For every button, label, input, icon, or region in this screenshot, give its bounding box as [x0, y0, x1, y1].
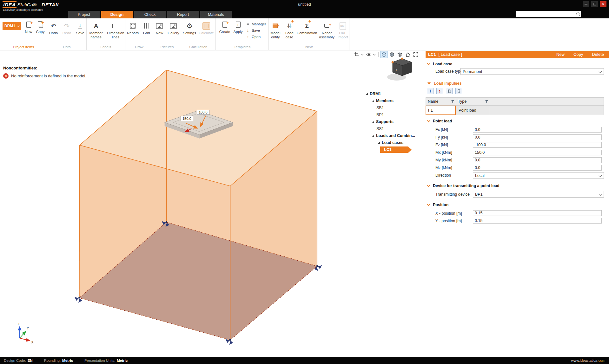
save-button[interactable]: ↓ Save [74, 20, 86, 35]
minimize-button[interactable] [583, 1, 589, 7]
fx-input[interactable] [473, 127, 602, 133]
x-position-input[interactable] [473, 210, 602, 216]
section-load-case[interactable]: Load case [427, 62, 452, 66]
combination-button[interactable]: Σ Combination [297, 20, 317, 39]
tree-item-members[interactable]: Members [364, 97, 421, 104]
template-apply-button[interactable]: ↓ Apply [232, 18, 244, 39]
filter-icon[interactable] [451, 100, 454, 103]
orbit-button[interactable] [365, 51, 372, 58]
delete-impulse-button[interactable] [455, 88, 462, 94]
search-input[interactable] [516, 11, 576, 16]
impulse-type-button[interactable] [436, 88, 443, 94]
view-solid-button[interactable] [388, 51, 395, 58]
trash-icon [457, 89, 461, 93]
panel-new-button[interactable]: New [556, 52, 565, 57]
add-impulse-button[interactable] [427, 88, 434, 94]
model-entity-button[interactable]: Model entity [269, 20, 282, 39]
section-position[interactable]: Position [427, 203, 448, 207]
expander-icon[interactable] [372, 100, 374, 102]
table-row-f1[interactable]: F1 Point load [426, 106, 604, 115]
tab-report[interactable]: Report [167, 11, 199, 18]
load-case-type-dropdown[interactable]: Permanent [460, 68, 604, 75]
impulse-type-cell[interactable]: Point load [456, 106, 490, 115]
copy-project-item-button[interactable]: Copy [34, 18, 46, 34]
panel-delete-button[interactable]: Delete [592, 52, 604, 57]
orbit-dropdown-icon[interactable] [373, 53, 375, 55]
expander-icon[interactable] [378, 142, 380, 144]
rebar-assembly-button[interactable]: Rebar assembly [318, 20, 335, 39]
fz-input[interactable] [473, 142, 602, 148]
tree-item-drm1[interactable]: DRM1 [364, 90, 421, 97]
solid-cube-icon [389, 52, 394, 57]
expander-icon[interactable] [372, 135, 374, 137]
grid-button[interactable]: Grid [141, 20, 152, 35]
3d-scene-canvas[interactable]: Y Z Y X [0, 50, 421, 357]
tree-item-lc1[interactable]: LC1 [380, 146, 408, 153]
close-button[interactable] [600, 1, 606, 7]
app-logo: IDEA StatiCa® DETAIL [3, 1, 60, 8]
rebars-button[interactable]: Rebars [126, 20, 140, 35]
tab-check[interactable]: Check [134, 11, 166, 18]
fullscreen-button[interactable] [412, 51, 419, 58]
load-case-button[interactable]: ⇊ Load case [283, 20, 295, 39]
ribbon-group-calculation: ⚙ Settings Calculate Calculation [181, 18, 216, 50]
filter-icon[interactable] [485, 100, 488, 103]
template-create-button[interactable]: Create [218, 18, 232, 39]
my-input[interactable] [473, 157, 602, 163]
new-picture-button[interactable]: New [154, 20, 165, 35]
project-item-drm1-button[interactable]: DRM1 [3, 22, 21, 30]
column-header-type[interactable]: Type [456, 97, 490, 106]
expander-icon[interactable] [372, 121, 374, 123]
search-icon[interactable] [576, 12, 580, 16]
section-point-load[interactable]: Point load [427, 119, 452, 123]
view-wireframe-button[interactable] [381, 51, 387, 58]
template-open-button[interactable]: ↑ Open [246, 34, 266, 39]
navigation-cube[interactable]: Y [387, 57, 412, 81]
redo-button[interactable]: ↷ Redo [61, 20, 73, 35]
dimension-lines-button[interactable]: Dimension lines [107, 20, 125, 39]
direction-dropdown[interactable]: Local [473, 172, 604, 179]
gallery-button[interactable]: Gallery [167, 20, 181, 35]
tree-item-ss1[interactable]: SS1 [364, 125, 421, 132]
panel-copy-button[interactable]: Copy [573, 52, 583, 57]
tree-item-loads[interactable]: Loads and Combin... [364, 132, 421, 139]
home-view-button[interactable] [404, 51, 411, 58]
website-link[interactable]: www.ideastatica .com [571, 359, 605, 362]
mx-input[interactable] [473, 150, 602, 155]
dxf-import-button[interactable]: DXF DXF Import [336, 20, 349, 39]
tree-item-load-cases[interactable]: Load cases [364, 139, 421, 146]
copy-impulse-button[interactable] [446, 88, 453, 94]
member-names-button[interactable]: A Member names [87, 20, 105, 39]
undo-button[interactable]: ↶ Undo [48, 20, 60, 35]
fy-input[interactable] [473, 134, 602, 140]
transmitting-device-dropdown[interactable]: BP1 [473, 191, 604, 198]
y-position-input[interactable] [473, 218, 602, 224]
tree-item-bp1[interactable]: BP1 [364, 111, 421, 118]
ribbon-group-draw: Rebars Grid Draw [125, 18, 153, 50]
section-device[interactable]: Device for transmitting a point load [427, 184, 500, 188]
settings-button[interactable]: ⚙ Settings [182, 20, 197, 35]
tab-materials[interactable]: Materials [200, 11, 232, 18]
chevron-down-icon [17, 24, 19, 27]
layers-button[interactable] [396, 51, 403, 58]
maximize-button[interactable] [591, 1, 598, 7]
section-load-impulses[interactable]: Load impulses [427, 81, 462, 86]
tab-project[interactable]: Project [68, 11, 100, 18]
new-project-item-button[interactable]: New [23, 18, 34, 34]
column-header-name[interactable]: Name [426, 97, 456, 106]
section-view-dropdown-icon[interactable] [361, 53, 363, 55]
mz-input[interactable] [473, 165, 602, 171]
template-apply-icon: ↓ [236, 22, 241, 28]
mx-label: Mx [kNm] [435, 150, 452, 155]
column-header-empty [490, 97, 604, 106]
template-manager-button[interactable]: ≡ Manager [246, 21, 266, 27]
template-save-button[interactable]: ↓ Save [246, 28, 266, 33]
impulse-name-cell[interactable]: F1 [426, 106, 456, 115]
tree-item-sb1[interactable]: SB1 [364, 104, 421, 111]
tab-design[interactable]: Design [101, 11, 133, 18]
3d-viewport[interactable]: Y Z Y X Nonconformities: No reinforcemen… [0, 50, 421, 357]
calculate-button[interactable]: Calculate [198, 20, 215, 35]
section-view-button[interactable] [353, 51, 360, 58]
tree-item-supports[interactable]: Supports [364, 118, 421, 125]
expander-icon[interactable] [366, 93, 368, 95]
